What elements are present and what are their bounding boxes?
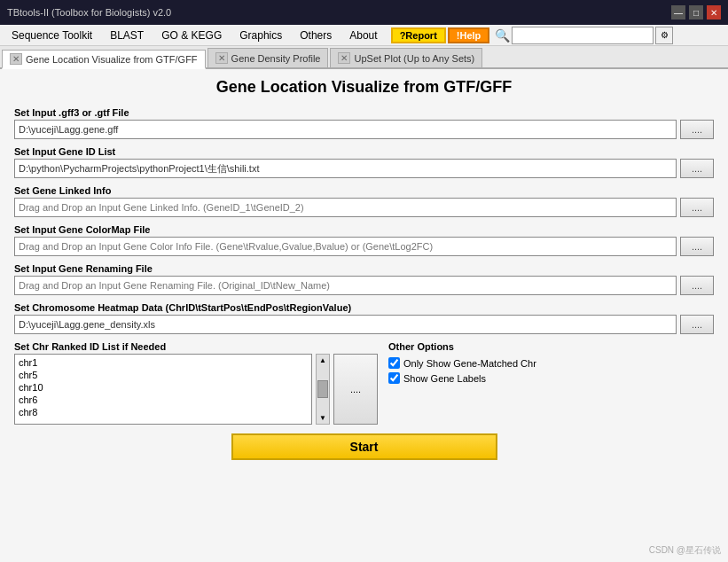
listbox-scrollbar[interactable]: ▲ ▼ [316,354,330,425]
menu-go-kegg[interactable]: GO & KEGG [153,27,230,44]
colormap-group: Set Input Gene ColorMap File .... [14,224,714,256]
colormap-row: .... [14,237,714,256]
menu-others[interactable]: Others [292,27,340,44]
minimize-button[interactable]: — [671,5,685,20]
scrollbar-thumb[interactable] [317,380,328,398]
gtf-browse-button[interactable]: .... [680,120,714,139]
only-matched-chr-label: Only Show Gene-Matched Chr [403,358,536,369]
renaming-label: Set Input Gene Renaming File [14,263,714,274]
watermark: CSDN @星石传说 [649,544,721,557]
gene-linked-browse-button[interactable]: .... [680,198,714,217]
heatmap-group: Set Chromosome Heatmap Data (ChrID\tStar… [14,302,714,334]
tab-upset-close[interactable]: ✕ [338,52,350,64]
heatmap-label: Set Chromosome Heatmap Data (ChrID\tStar… [14,302,714,313]
gtf-file-input[interactable] [14,120,677,139]
gene-linked-group: Set Gene Linked Info .... [14,185,714,217]
gene-id-group: Set Input Gene ID List .... [14,146,714,178]
renaming-group: Set Input Gene Renaming File .... [14,263,714,295]
menu-sequence-toolkit[interactable]: Sequence Toolkit [4,27,100,44]
gene-id-row: .... [14,159,714,178]
show-gene-labels-label: Show Gene Labels [403,373,486,384]
tab-upset[interactable]: ✕ UpSet Plot (Up to Any Sets) [330,48,482,67]
gene-linked-input[interactable] [14,198,677,217]
gene-linked-label: Set Gene Linked Info [14,185,714,196]
tab-gene-location-close[interactable]: ✕ [10,53,22,65]
report-button[interactable]: ?Report [391,27,446,43]
main-content: Gene Location Visualize from GTF/GFF Set… [0,69,728,562]
list-item[interactable]: chr6 [17,394,309,406]
search-icon-button[interactable]: 🔍 [495,28,510,43]
start-button[interactable]: Start [231,433,497,460]
renaming-browse-button[interactable]: .... [680,276,714,295]
tab-upset-label: UpSet Plot (Up to Any Sets) [354,53,474,64]
tab-gene-density[interactable]: ✕ Gene Density Profile [207,48,329,67]
chr-side-button[interactable]: .... [333,354,378,425]
scrollbar-up-icon[interactable]: ▲ [319,356,326,364]
checkbox-show-gene-labels: Show Gene Labels [388,372,714,384]
tab-gene-location-label: Gene Location Visualize from GTF/GFF [26,54,198,65]
chr-list-label: Set Chr Ranked ID List if Needed [14,341,378,352]
colormap-label: Set Input Gene ColorMap File [14,224,714,235]
menu-about[interactable]: About [341,27,385,44]
renaming-row: .... [14,276,714,295]
heatmap-row: .... [14,315,714,334]
search-area: 🔍 ⚙ [495,27,673,44]
tab-gene-density-label: Gene Density Profile [231,53,321,64]
chr-list-container: chr1chr5chr10chr6chr8 ▲ ▼ .... [14,354,378,425]
title-bar: TBtools-II (Toolbox for Biologists) v2.0… [0,0,728,25]
chr-listbox[interactable]: chr1chr5chr10chr6chr8 [14,354,312,425]
help-button[interactable]: !Help [448,27,490,43]
window-title: TBtools-II (Toolbox for Biologists) v2.0 [7,7,171,18]
list-item[interactable]: chr8 [17,406,309,418]
gtf-file-row: .... [14,120,714,139]
close-button[interactable]: ✕ [707,5,721,20]
chr-list-section: Set Chr Ranked ID List if Needed chr1chr… [14,341,378,425]
list-item[interactable]: chr10 [17,381,309,394]
show-gene-labels-checkbox[interactable] [388,372,400,384]
search-input[interactable] [512,27,654,44]
menu-blast[interactable]: BLAST [102,27,152,44]
menu-bar: Sequence Toolkit BLAST GO & KEGG Graphic… [0,25,728,46]
checkbox-only-matched-chr: Only Show Gene-Matched Chr [388,357,714,369]
list-item[interactable]: chr5 [17,369,309,381]
tabs-bar: ✕ Gene Location Visualize from GTF/GFF ✕… [0,46,728,69]
gene-id-input[interactable] [14,159,677,178]
colormap-input[interactable] [14,237,677,256]
colormap-browse-button[interactable]: .... [680,237,714,256]
tab-gene-location[interactable]: ✕ Gene Location Visualize from GTF/GFF [2,50,206,69]
page-title: Gene Location Visualize from GTF/GFF [14,78,714,97]
options-section: Other Options Only Show Gene-Matched Chr… [388,341,714,425]
menu-graphics[interactable]: Graphics [231,27,290,44]
gene-id-browse-button[interactable]: .... [680,159,714,178]
gene-id-label: Set Input Gene ID List [14,146,714,157]
gtf-file-label: Set Input .gff3 or .gtf File [14,107,714,118]
heatmap-browse-button[interactable]: .... [680,315,714,334]
bottom-section: Set Chr Ranked ID List if Needed chr1chr… [14,341,714,425]
renaming-input[interactable] [14,276,677,295]
gtf-file-group: Set Input .gff3 or .gtf File .... [14,107,714,139]
gene-linked-row: .... [14,198,714,217]
only-matched-chr-checkbox[interactable] [388,357,400,369]
list-item[interactable]: chr1 [17,356,309,369]
scrollbar-down-icon[interactable]: ▼ [319,414,326,422]
start-btn-container: Start [14,433,714,460]
search-settings-icon[interactable]: ⚙ [655,27,673,44]
options-title: Other Options [388,341,714,352]
maximize-button[interactable]: □ [689,5,703,20]
tab-gene-density-close[interactable]: ✕ [215,52,228,64]
heatmap-input[interactable] [14,315,677,334]
window-controls[interactable]: — □ ✕ [671,5,721,20]
